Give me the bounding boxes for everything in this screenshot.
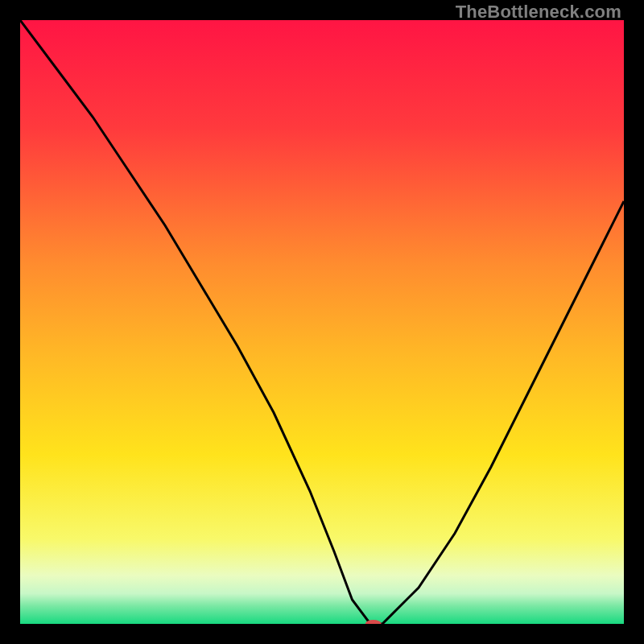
gradient-background xyxy=(20,20,624,624)
chart-svg xyxy=(20,20,624,624)
plot-area xyxy=(20,20,624,624)
chart-frame: TheBottleneck.com xyxy=(0,0,644,644)
